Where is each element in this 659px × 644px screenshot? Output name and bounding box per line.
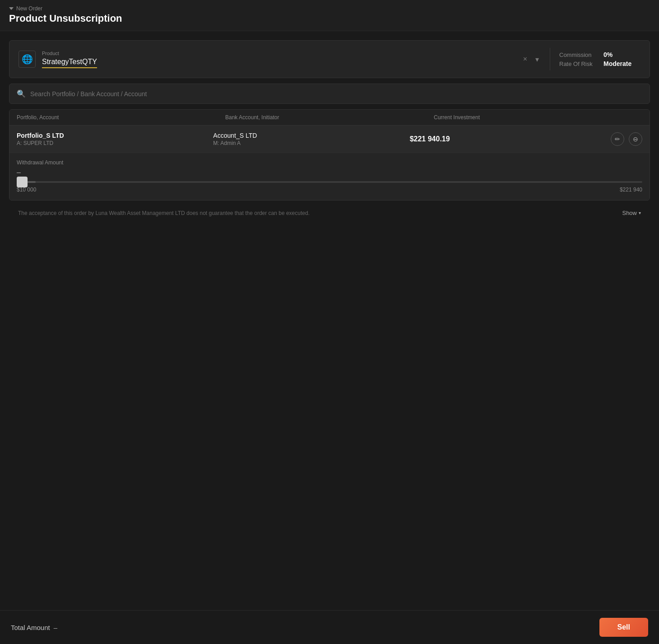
rate-of-risk-key: Rate Of Risk <box>559 61 600 67</box>
bank-name: Account_S LTD <box>213 132 409 139</box>
portfolio-name: Portfolio_S LTD <box>17 132 213 139</box>
commission-value: 0% <box>603 51 613 58</box>
clear-product-button[interactable]: × <box>521 54 529 64</box>
col-investment-header: Current Investment <box>434 114 642 121</box>
table-container: Portfolio, Account Bank Account, Initiat… <box>9 109 650 201</box>
product-right: Commission 0% Rate Of Risk Moderate <box>559 51 640 67</box>
bank-info: Account_S LTD M: Admin A <box>213 132 409 146</box>
row-actions: ✏ ⊖ <box>606 132 642 146</box>
withdrawal-label: Withdrawal Amount <box>17 159 642 166</box>
commission-row: Commission 0% <box>559 51 640 58</box>
product-field-label: Product <box>42 51 510 56</box>
breadcrumb: New Order <box>9 5 650 12</box>
slider-labels: $10 000 $221 940 <box>17 187 642 193</box>
table-header: Portfolio, Account Bank Account, Initiat… <box>9 110 650 126</box>
withdrawal-dash: – <box>17 168 642 177</box>
search-bar: 🔍 <box>9 84 650 104</box>
main-content: 🌐 Product StrategyTestQTY × ▾ Commission… <box>0 31 659 224</box>
investment-amount: $221 940.19 <box>410 135 606 143</box>
dropdown-product-button[interactable]: ▾ <box>534 54 541 65</box>
product-field-actions: × ▾ <box>521 54 541 65</box>
chevron-down-icon: ▾ <box>639 210 641 215</box>
product-divider <box>550 48 550 70</box>
page-title: Product Unsubscription <box>9 13 650 24</box>
disclaimer: The acceptance of this order by Luna Wea… <box>9 202 650 224</box>
disclaimer-text: The acceptance of this order by Luna Wea… <box>18 210 622 216</box>
product-card: 🌐 Product StrategyTestQTY × ▾ Commission… <box>9 40 650 78</box>
search-input[interactable] <box>30 90 642 98</box>
rate-of-risk-value: Moderate <box>603 60 631 67</box>
slider-thumb[interactable] <box>17 177 28 187</box>
sell-button[interactable]: Sell <box>599 618 648 637</box>
top-bar: New Order Product Unsubscription <box>0 0 659 31</box>
slider-container: $10 000 $221 940 <box>17 181 642 193</box>
withdrawal-section: Withdrawal Amount – $10 000 $221 940 <box>9 153 650 200</box>
product-field: Product StrategyTestQTY <box>42 51 510 68</box>
show-button[interactable]: Show ▾ <box>622 210 641 216</box>
slider-track <box>17 181 642 183</box>
product-left: 🌐 Product StrategyTestQTY × ▾ <box>19 51 541 68</box>
table-row: Portfolio_S LTD A: SUPER LTD Account_S L… <box>9 126 650 153</box>
collapse-icon[interactable] <box>9 7 14 10</box>
globe-icon: 🌐 <box>19 51 36 68</box>
total-amount-label: Total Amount <box>11 624 50 631</box>
total-amount-section: Total Amount – <box>11 624 57 631</box>
col-portfolio-header: Portfolio, Account <box>17 114 225 121</box>
remove-row-button[interactable]: ⊖ <box>629 132 642 146</box>
bottom-bar: Total Amount – Sell <box>0 610 659 644</box>
total-amount-value: – <box>54 624 57 631</box>
product-field-value: StrategyTestQTY <box>42 58 97 68</box>
commission-key: Commission <box>559 51 600 58</box>
portfolio-sub: A: SUPER LTD <box>17 140 213 146</box>
breadcrumb-text: New Order <box>16 5 42 12</box>
rate-of-risk-row: Rate Of Risk Moderate <box>559 60 640 67</box>
portfolio-info: Portfolio_S LTD A: SUPER LTD <box>17 132 213 146</box>
search-icon: 🔍 <box>17 89 26 98</box>
show-label: Show <box>622 210 637 216</box>
bank-sub: M: Admin A <box>213 140 409 146</box>
slider-max-label: $221 940 <box>620 187 642 193</box>
col-bank-header: Bank Account, Initiator <box>225 114 434 121</box>
edit-row-button[interactable]: ✏ <box>611 132 624 146</box>
slider-min-label: $10 000 <box>17 187 36 193</box>
